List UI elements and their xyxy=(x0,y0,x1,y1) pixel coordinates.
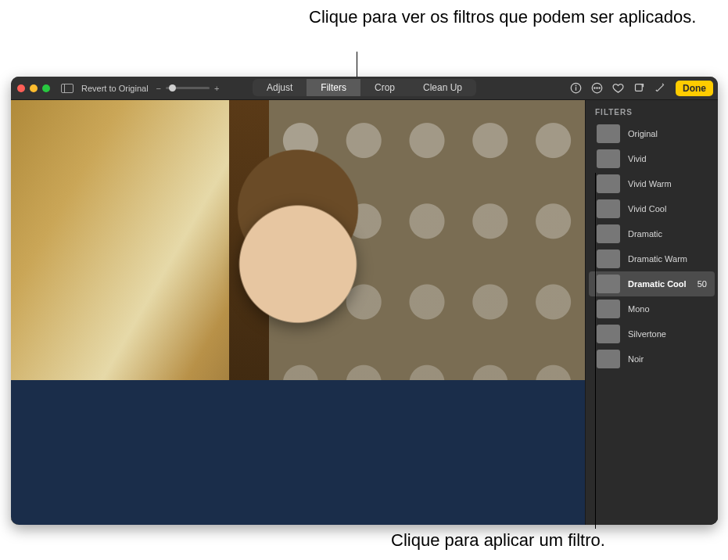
svg-point-4 xyxy=(594,88,595,88)
filter-thumbnail xyxy=(597,275,620,293)
filter-thumbnail xyxy=(597,149,620,168)
filter-item-vivid-warm[interactable]: Vivid Warm xyxy=(589,171,715,196)
filter-item-silvertone[interactable]: Silvertone xyxy=(589,321,715,346)
filter-item-label: Dramatic Warm xyxy=(628,254,687,264)
filter-item-label: Dramatic Cool xyxy=(628,279,687,289)
filter-item-label: Original xyxy=(628,129,658,138)
sidebar-toggle-icon[interactable] xyxy=(61,84,74,93)
photo-canvas[interactable] xyxy=(11,100,585,525)
tab-filters[interactable]: Filters xyxy=(307,79,360,96)
filter-thumbnail xyxy=(597,350,620,368)
filter-thumbnail xyxy=(597,249,620,268)
minimize-window-button[interactable] xyxy=(30,84,38,92)
filter-thumbnail xyxy=(597,174,620,193)
filters-title: FILTERS xyxy=(586,100,718,121)
filter-thumbnail xyxy=(597,300,620,318)
filter-item-value: 50 xyxy=(698,279,707,289)
filters-list: OriginalVividVivid WarmVivid CoolDramati… xyxy=(586,121,718,372)
callout-bracket-left xyxy=(595,173,596,392)
filter-item-dramatic-cool[interactable]: Dramatic Cool50 xyxy=(589,271,715,296)
auto-enhance-icon[interactable] xyxy=(654,82,666,94)
filter-item-mono[interactable]: Mono xyxy=(589,296,715,321)
rotate-icon[interactable] xyxy=(633,82,645,94)
filter-thumbnail xyxy=(597,199,620,218)
svg-point-5 xyxy=(597,88,597,88)
edit-mode-segmented-control: Adjust Filters Crop Clean Up xyxy=(253,79,476,96)
filter-item-label: Dramatic xyxy=(628,229,662,239)
filter-item-noir[interactable]: Noir xyxy=(589,346,715,372)
filter-item-dramatic[interactable]: Dramatic xyxy=(589,221,715,246)
filter-item-label: Vivid xyxy=(628,154,647,163)
filter-item-label: Vivid Warm xyxy=(628,179,672,188)
revert-button[interactable]: Revert to Original xyxy=(81,84,149,93)
filter-item-label: Mono xyxy=(628,304,650,314)
filter-thumbnail xyxy=(597,325,620,343)
close-window-button[interactable] xyxy=(17,84,25,92)
done-button[interactable]: Done xyxy=(676,81,713,96)
filters-sidebar: FILTERS OriginalVividVivid WarmVivid Coo… xyxy=(585,100,718,525)
filter-thumbnail xyxy=(597,124,620,143)
toolbar-right: Done xyxy=(570,81,713,96)
zoom-out-button[interactable]: − xyxy=(156,84,161,93)
callout-bottom: Clique para aplicar um filtro. xyxy=(391,530,605,551)
tab-cleanup[interactable]: Clean Up xyxy=(409,79,476,96)
tab-crop[interactable]: Crop xyxy=(360,79,409,96)
svg-point-6 xyxy=(599,88,600,88)
filter-item-vivid[interactable]: Vivid xyxy=(589,146,715,171)
zoom-control: − + xyxy=(156,84,220,93)
filter-item-label: Noir xyxy=(628,354,644,364)
app-window: Revert to Original − + Adjust Filters Cr… xyxy=(11,77,718,525)
callout-leader-top xyxy=(357,52,357,79)
photo-placeholder xyxy=(11,100,585,525)
svg-point-2 xyxy=(576,85,576,86)
filter-thumbnail xyxy=(597,224,620,243)
more-icon[interactable] xyxy=(591,82,603,94)
svg-rect-7 xyxy=(636,84,643,92)
toolbar: Revert to Original − + Adjust Filters Cr… xyxy=(11,77,718,100)
info-icon[interactable] xyxy=(570,82,582,94)
filter-item-original[interactable]: Original xyxy=(589,121,715,146)
main-area: FILTERS OriginalVividVivid WarmVivid Coo… xyxy=(11,100,718,525)
window-controls xyxy=(17,84,50,92)
filter-item-vivid-cool[interactable]: Vivid Cool xyxy=(589,196,715,221)
filter-item-label: Silvertone xyxy=(628,329,666,339)
callout-leader-bottom xyxy=(595,391,596,529)
tab-adjust[interactable]: Adjust xyxy=(253,79,307,96)
zoom-slider[interactable] xyxy=(166,87,210,89)
callout-top: Clique para ver os filtros que podem ser… xyxy=(309,6,696,27)
filter-item-dramatic-warm[interactable]: Dramatic Warm xyxy=(589,246,715,271)
filter-item-label: Vivid Cool xyxy=(628,204,666,214)
fullscreen-window-button[interactable] xyxy=(42,84,50,92)
zoom-in-button[interactable]: + xyxy=(214,84,219,93)
favorite-icon[interactable] xyxy=(612,82,624,94)
